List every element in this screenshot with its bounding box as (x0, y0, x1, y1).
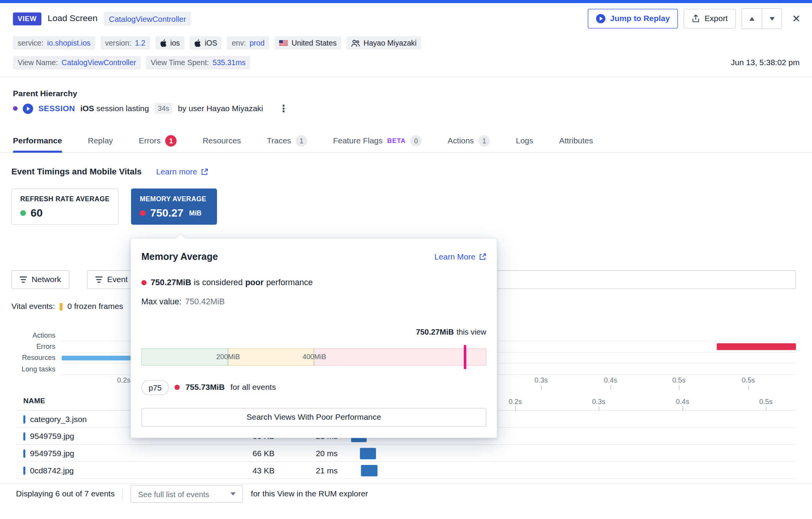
waterfall-label-errors: Errors (0, 341, 56, 352)
vitals-learn-more-link[interactable]: Learn more (156, 167, 208, 176)
tab-performance[interactable]: Performance (13, 130, 62, 152)
gauge-threshold-200: 200MiB (228, 348, 228, 366)
waterfall-label-resources: Resources (0, 352, 56, 363)
rum-view-panel: VIEW Load Screen CatalogViewController J… (0, 0, 812, 519)
tag-view-time-spent[interactable]: View Time Spent:535.31ms (146, 56, 250, 69)
session-description: iOS session lasting (80, 104, 149, 113)
tab-actions[interactable]: Actions1 (447, 130, 490, 152)
section-title: Event Timings and Mobile Vitals (12, 167, 142, 177)
chevron-down-icon (769, 17, 775, 20)
header-divider (0, 77, 812, 77)
next-event-button[interactable] (762, 9, 781, 28)
apple-icon (194, 39, 201, 47)
panel-header: VIEW Load Screen CatalogViewController J… (13, 7, 805, 30)
event-timestamp: Jun 13, 5:38:02 pm (731, 58, 799, 67)
tab-traces[interactable]: Traces1 (267, 130, 307, 152)
tag-service[interactable]: service:io.shopist.ios (13, 36, 95, 50)
event-navigation-group (742, 8, 782, 29)
vital-events-summary: Vital events: 0 frozen frames (12, 302, 123, 311)
tab-resources[interactable]: Resources (202, 130, 241, 152)
feature-flags-count-badge: 0 (410, 135, 422, 147)
max-value-line: Max value: 750.42MiB (141, 297, 225, 306)
tag-version[interactable]: version:1.2 (100, 36, 150, 50)
detail-tabs: Performance Replay Errors1 Resources Tra… (0, 130, 812, 153)
events-count-text: Displaying 6 out of 7 events (16, 489, 115, 499)
close-icon: ✕ (792, 13, 801, 25)
poor-status-dot (174, 385, 180, 390)
session-type-dot (13, 106, 18, 111)
tab-attributes[interactable]: Attributes (559, 130, 593, 152)
export-button[interactable]: Export (684, 9, 736, 28)
search-poor-views-button[interactable]: Search Views With Poor Performance (141, 408, 487, 427)
tag-view-name[interactable]: View Name:CatalogViewController (13, 56, 141, 69)
session-row: SESSION iOS session lasting 34s by user … (13, 102, 292, 114)
resource-icon (23, 415, 25, 424)
resource-duration-bar[interactable] (361, 465, 378, 476)
caret-down-icon (231, 493, 236, 496)
network-filter-button[interactable]: Network (12, 270, 69, 289)
tab-replay[interactable]: Replay (88, 130, 113, 152)
view-controller-chip[interactable]: CatalogViewController (104, 11, 191, 25)
export-icon (692, 15, 700, 23)
filter-icon (20, 276, 27, 282)
table-row[interactable]: 9549759.jpg 66 KB 20 ms (0, 445, 812, 462)
popover-learn-more-link[interactable]: Learn More (434, 252, 486, 261)
footer-divider (0, 484, 812, 484)
footer: Displaying 6 out of 7 events See full li… (16, 485, 796, 503)
resource-icon (23, 432, 25, 440)
footer-suffix-text: for this View in the RUM explorer (251, 489, 368, 499)
footer-separator (122, 488, 123, 500)
gauge-zone-good (141, 348, 228, 366)
tab-errors[interactable]: Errors1 (139, 130, 177, 152)
chevron-up-icon (750, 17, 755, 20)
resource-icon (23, 449, 25, 458)
errors-count-badge: 1 (165, 135, 177, 147)
errors-timeline-bar[interactable] (717, 343, 796, 350)
table-row[interactable]: 0cd8742.jpg 43 KB 21 ms (0, 462, 812, 479)
good-status-dot (20, 210, 26, 216)
this-view-marker-label: 750.27MiBthis view (416, 327, 487, 336)
beta-badge: BETA (387, 137, 406, 145)
gauge-threshold-400: 400MiB (314, 348, 314, 366)
vitals-cards: REFRESH RATE AVERAGE 60 MEMORY AVERAGE 7… (12, 189, 217, 225)
gauge-zone-medium (228, 348, 314, 366)
waterfall-label-actions: Actions (0, 330, 56, 341)
apple-icon (160, 39, 167, 47)
tab-logs[interactable]: Logs (516, 130, 533, 152)
performance-status-line: 750.27MiBis consideredpoorperformance (141, 278, 313, 287)
p75-line: p75 755.73MiB for all events (141, 379, 276, 395)
session-link[interactable]: SESSION (38, 104, 75, 113)
session-options-menu[interactable]: ⋮ (276, 102, 292, 114)
play-icon (596, 14, 605, 23)
view-meta-row: View Name:CatalogViewController View Tim… (13, 56, 800, 69)
previous-event-button[interactable] (742, 9, 762, 28)
refresh-rate-card[interactable]: REFRESH RATE AVERAGE 60 (12, 189, 119, 225)
session-user: by user Hayao Miyazaki (178, 104, 263, 113)
tab-feature-flags[interactable]: Feature FlagsBETA0 (333, 130, 422, 152)
attribute-tags-row: service:io.shopist.ios version:1.2 ios i… (13, 36, 421, 50)
tag-os-name[interactable]: iOS (190, 36, 222, 50)
tag-os-ios[interactable]: ios (155, 36, 184, 50)
gauge-zone-poor (314, 348, 487, 366)
poor-status-dot (140, 210, 146, 216)
waterfall-label-long-tasks: Long tasks (0, 363, 56, 374)
tag-country[interactable]: United States (275, 36, 341, 50)
user-group-icon (351, 39, 360, 47)
memory-average-card[interactable]: MEMORY AVERAGE 750.27MiB (131, 189, 217, 225)
close-panel-button[interactable]: ✕ (788, 10, 805, 27)
frozen-frame-icon (60, 303, 63, 310)
tag-env[interactable]: env:prod (227, 36, 269, 50)
resource-duration-bar[interactable] (360, 448, 376, 459)
full-event-list-dropdown[interactable]: See full list of events (131, 485, 243, 503)
external-link-icon (479, 253, 486, 261)
jump-to-replay-button[interactable]: Jump to Replay (588, 9, 678, 28)
session-duration-chip: 34s (154, 103, 173, 114)
table-header-name: NAME (23, 397, 45, 405)
session-replay-icon[interactable] (23, 103, 33, 113)
this-view-marker (464, 345, 466, 369)
popover-arrow (175, 233, 186, 244)
parent-hierarchy-heading: Parent Hierarchy (13, 89, 77, 98)
vitals-section-header: Event Timings and Mobile Vitals Learn mo… (12, 167, 208, 177)
tag-user[interactable]: Hayao Miyazaki (347, 36, 421, 50)
popover-title: Memory Average (141, 251, 218, 263)
